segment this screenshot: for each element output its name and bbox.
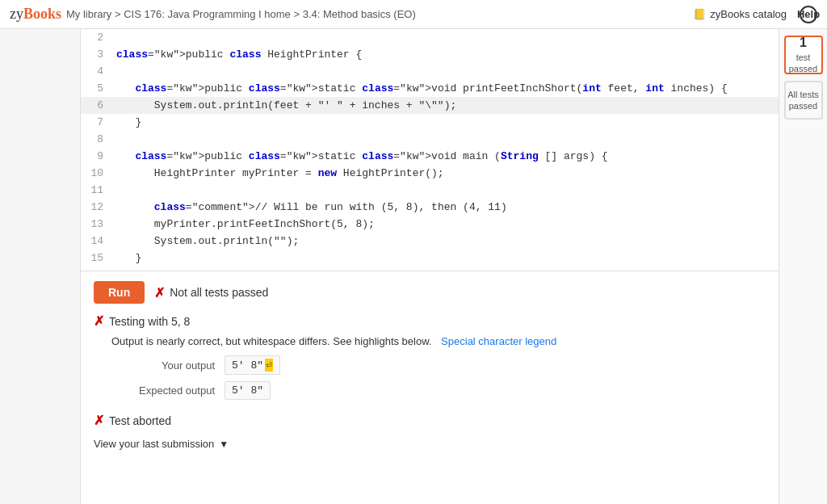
aborted-x-icon: ✗ <box>94 413 104 428</box>
left-sidebar <box>0 29 81 504</box>
table-row: 9 class="kw">public class="kw">static cl… <box>81 148 779 165</box>
badge-label-2: All tests passed <box>787 89 819 112</box>
badge-count: 1 <box>800 35 807 52</box>
view-submission-label: View your last submission <box>94 438 214 450</box>
table-row: 15 } <box>81 250 779 267</box>
test-header-1: ✗ Testing with 5, 8 <box>94 313 766 329</box>
code-editor[interactable]: 2 3class="kw">public class HeightPrinter… <box>81 29 779 271</box>
expected-output-value: 5' 8" <box>225 381 271 400</box>
zybooks-logo: zyBooks <box>10 6 61 23</box>
status-x-icon: ✗ <box>154 285 165 300</box>
table-row: 6 System.out.println(feet + "' " + inche… <box>81 97 779 114</box>
test-aborted: ✗ Test aborted <box>94 413 766 428</box>
your-output-label: Your output <box>111 359 225 372</box>
one-test-passed-badge[interactable]: 1 test passed <box>784 36 823 74</box>
book-icon: 📒 <box>693 8 706 20</box>
test-label-1: Testing with 5, 8 <box>109 315 190 328</box>
all-tests-passed-badge[interactable]: All tests passed <box>784 81 823 120</box>
help-button[interactable]: Help <box>800 6 817 23</box>
test-details-1: Output is nearly correct, but whitespace… <box>111 335 766 400</box>
your-output-row: Your output 5' 8"⏎ <box>111 355 766 375</box>
table-row: 2 <box>81 29 779 46</box>
bottom-panel: Run ✗ Not all tests passed ✗ Testing wit… <box>81 271 779 504</box>
main-layout: 2 3class="kw">public class HeightPrinter… <box>0 29 827 504</box>
expected-output-label: Expected output <box>111 384 225 397</box>
special-char-legend-link[interactable]: Special character legend <box>441 335 556 347</box>
catalog-button[interactable]: 📒 zyBooks catalog <box>693 8 787 20</box>
chevron-down-icon: ▼ <box>219 439 229 450</box>
editor-area: 2 3class="kw">public class HeightPrinter… <box>81 29 779 504</box>
test-x-icon: ✗ <box>94 313 104 329</box>
table-row: 11 <box>81 182 779 199</box>
badge-label-1: test passed <box>789 52 817 75</box>
table-row: 8 <box>81 131 779 148</box>
table-row: 12 class="comment">// Will be run with (… <box>81 199 779 216</box>
view-submission[interactable]: View your last submission ▼ <box>94 438 766 450</box>
run-button[interactable]: Run <box>94 281 145 304</box>
table-row: 14 System.out.println(""); <box>81 233 779 250</box>
run-bar: Run ✗ Not all tests passed <box>94 281 766 304</box>
run-status: ✗ Not all tests passed <box>154 285 268 300</box>
your-output-value: 5' 8"⏎ <box>225 355 280 375</box>
expected-output-row: Expected output 5' 8" <box>111 381 766 400</box>
highlight-char: ⏎ <box>265 359 273 372</box>
code-table: 2 3class="kw">public class HeightPrinter… <box>81 29 779 271</box>
status-text: Not all tests passed <box>170 286 268 299</box>
table-row: 13 myPrinter.printFeetInchShort(5, 8); <box>81 216 779 233</box>
test-aborted-label: Test aborted <box>109 414 171 427</box>
table-row: 4 <box>81 63 779 80</box>
breadcrumb: My library > CIS 176: Java Programming I… <box>66 8 416 20</box>
output-note: Output is nearly correct, but whitespace… <box>111 335 766 347</box>
table-row: 7 } <box>81 114 779 131</box>
topnav-left: zyBooks My library > CIS 176: Java Progr… <box>10 6 416 23</box>
table-row: 5 class="kw">public class="kw">static cl… <box>81 80 779 97</box>
test-result-1: ✗ Testing with 5, 8 Output is nearly cor… <box>94 313 766 400</box>
table-row: 3class="kw">public class HeightPrinter { <box>81 46 779 63</box>
table-row: 10 HeightPrinter myPrinter = new HeightP… <box>81 165 779 182</box>
topnav: zyBooks My library > CIS 176: Java Progr… <box>0 0 827 29</box>
topnav-right: 📒 zyBooks catalog Help <box>693 6 817 23</box>
right-sidebar: 1 test passed All tests passed <box>779 29 827 504</box>
